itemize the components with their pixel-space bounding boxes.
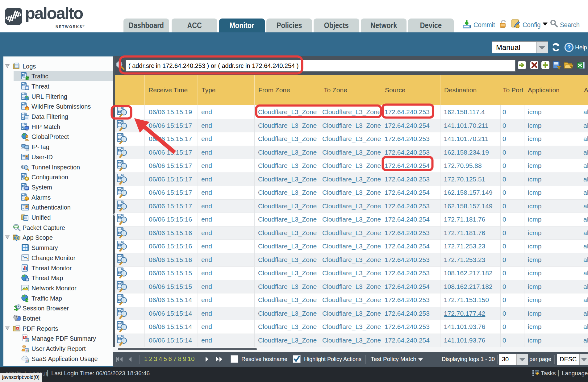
svg-text:?: ? bbox=[567, 44, 571, 51]
svg-text:A: A bbox=[17, 327, 19, 330]
